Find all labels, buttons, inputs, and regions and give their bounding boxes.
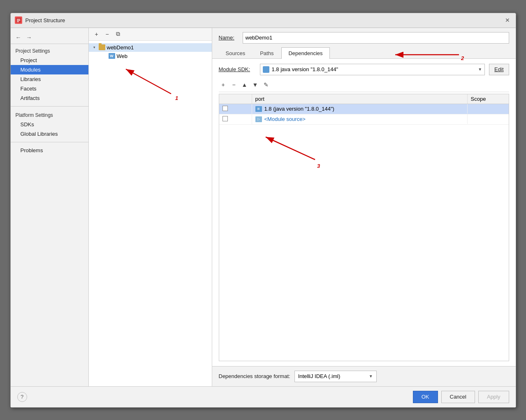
sidebar-item-modules[interactable]: Modules [11, 65, 88, 74]
tab-dependencies-label: Dependencies [288, 50, 322, 56]
sidebar-item-global-libraries-label: Global Libraries [21, 131, 58, 137]
tab-paths[interactable]: Paths [253, 47, 280, 59]
svg-rect-2 [17, 20, 20, 21]
dep-table-header: port Scope [219, 94, 509, 104]
svg-rect-1 [17, 19, 20, 20]
tab-dependencies[interactable]: Dependencies [281, 47, 329, 59]
module-source-icon: ▷ [255, 116, 262, 122]
sdk-label: Module SDK: [219, 66, 256, 72]
back-button[interactable]: ← [14, 33, 23, 42]
sidebar-item-artifacts[interactable]: Artifacts [11, 93, 88, 103]
name-label: Name: [219, 35, 239, 41]
dep-move-up-button[interactable]: ▲ [240, 80, 249, 89]
sdk-folder-icon: ⊞ [255, 106, 262, 112]
tab-sources-label: Sources [226, 50, 246, 56]
sdk-icon [263, 66, 269, 73]
sidebar-item-project-label: Project [21, 57, 37, 63]
sidebar-item-modules-label: Modules [21, 67, 41, 73]
edit-sdk-button[interactable]: Edit [489, 64, 509, 75]
remove-module-button[interactable]: − [103, 30, 112, 39]
sidebar-item-problems-label: Problems [21, 147, 43, 153]
sidebar-nav: ← → [11, 31, 88, 44]
svg-rect-3 [17, 21, 19, 22]
sdk-dropdown-arrow: ▼ [478, 67, 482, 72]
tree-item-webdemo1[interactable]: ▾ webDemo1 [89, 43, 212, 52]
dep-storage-arrow: ▼ [369, 374, 373, 378]
dep-header-export [219, 94, 252, 104]
tree-item-web-label: Web [117, 53, 128, 59]
dep-storage-row: Dependencies storage format: IntelliJ ID… [212, 366, 516, 386]
copy-module-button[interactable]: ⧉ [114, 30, 123, 39]
apply-button[interactable]: Apply [478, 391, 509, 403]
close-button[interactable]: ✕ [503, 16, 512, 24]
sidebar-item-facets[interactable]: Facets [11, 84, 88, 93]
dep-move-down-button[interactable]: ▼ [251, 80, 260, 89]
sidebar-item-artifacts-label: Artifacts [21, 95, 40, 101]
dep-checkbox-sdk[interactable] [222, 106, 228, 111]
web-icon: W [109, 53, 115, 59]
sdk-row: Module SDK: 1.8 java version "1.8.0_144"… [219, 64, 509, 75]
tab-sources[interactable]: Sources [219, 47, 253, 59]
name-input[interactable] [243, 32, 509, 44]
dep-module-source-name[interactable]: <Module source> [264, 116, 306, 122]
ok-button[interactable]: OK [413, 391, 438, 403]
sdk-dropdown[interactable]: 1.8 java version "1.8.0_144" ▼ [260, 64, 485, 75]
tree-arrow-web [102, 53, 107, 58]
project-settings-label: Project Settings [11, 46, 88, 56]
tree-arrow-webdemo1: ▾ [92, 45, 97, 50]
sidebar-item-global-libraries[interactable]: Global Libraries [11, 129, 88, 139]
sidebar-item-sdks-label: SDKs [21, 121, 34, 128]
bottom-bar: ? OK Cancel Apply [11, 386, 516, 407]
title-bar-left: Project Structure [15, 16, 65, 24]
dep-cell-name-sdk: ⊞ 1.8 (java version "1.8.0_144") [252, 104, 468, 114]
platform-settings-label: Platform Settings [11, 110, 88, 120]
dep-cell-scope-sdk [468, 107, 509, 111]
sidebar-item-project[interactable]: Project [11, 56, 88, 65]
dep-row-module-source[interactable]: ▷ <Module source> [219, 114, 509, 125]
right-panel: Name: Sources Paths Dependencies [212, 28, 516, 386]
window-title: Project Structure [25, 17, 65, 23]
bottom-right: OK Cancel Apply [413, 391, 509, 403]
add-module-button[interactable]: + [92, 30, 101, 39]
dep-storage-value: IntelliJ IDEA (.iml) [298, 373, 341, 379]
dep-add-button[interactable]: + [219, 80, 228, 89]
tree-item-web[interactable]: W Web [89, 52, 212, 60]
dep-cell-export-module [219, 114, 252, 124]
dep-header-name: port [252, 94, 468, 104]
folder-icon-webdemo1 [99, 44, 105, 50]
sidebar-item-libraries[interactable]: Libraries [11, 74, 88, 84]
dep-storage-dropdown[interactable]: IntelliJ IDEA (.iml) ▼ [294, 371, 377, 382]
dep-checkbox-module[interactable] [222, 116, 228, 121]
app-icon [15, 16, 22, 24]
help-button[interactable]: ? [17, 392, 27, 402]
tabs-row: Sources Paths Dependencies [212, 47, 516, 59]
dep-sdk-name: 1.8 (java version "1.8.0_144") [264, 106, 334, 112]
dep-storage-label: Dependencies storage format: [219, 373, 290, 379]
dep-cell-export-sdk [219, 104, 252, 114]
sidebar: ← → Project Settings Project Modules Lib… [11, 28, 89, 386]
sidebar-item-sdks[interactable]: SDKs [11, 120, 88, 129]
sidebar-item-problems[interactable]: Problems [11, 146, 88, 155]
module-toolbar: + − ⧉ [89, 28, 212, 41]
dep-header-scope: Scope [468, 94, 509, 104]
dep-edit-button[interactable]: ✎ [262, 80, 271, 89]
forward-button[interactable]: → [25, 33, 34, 42]
sidebar-item-facets-label: Facets [21, 86, 37, 92]
cancel-button[interactable]: Cancel [441, 391, 475, 403]
dep-toolbar: + − ▲ ▼ ✎ [219, 80, 509, 92]
name-row: Name: [212, 28, 516, 47]
module-panel: + − ⧉ ▾ webDemo1 W [89, 28, 212, 386]
sidebar-item-libraries-label: Libraries [21, 76, 41, 82]
project-structure-dialog: Project Structure ✕ ← → Project Settings… [10, 13, 516, 408]
dep-remove-button[interactable]: − [229, 80, 239, 89]
tree-item-webdemo1-label: webDemo1 [107, 44, 134, 51]
dep-table: port Scope ⊞ 1.8 (java version "1.8.0_14 [219, 94, 509, 361]
title-bar: Project Structure ✕ [11, 13, 516, 28]
dep-row-sdk[interactable]: ⊞ 1.8 (java version "1.8.0_144") [219, 104, 509, 114]
dep-cell-scope-module [468, 118, 509, 121]
sidebar-divider [11, 106, 88, 107]
module-tree: ▾ webDemo1 W Web [89, 41, 212, 386]
sidebar-divider-2 [11, 142, 88, 142]
dialog-body: ← → Project Settings Project Modules Lib… [11, 28, 516, 386]
tab-content-dependencies: Module SDK: 1.8 java version "1.8.0_144"… [212, 59, 516, 366]
